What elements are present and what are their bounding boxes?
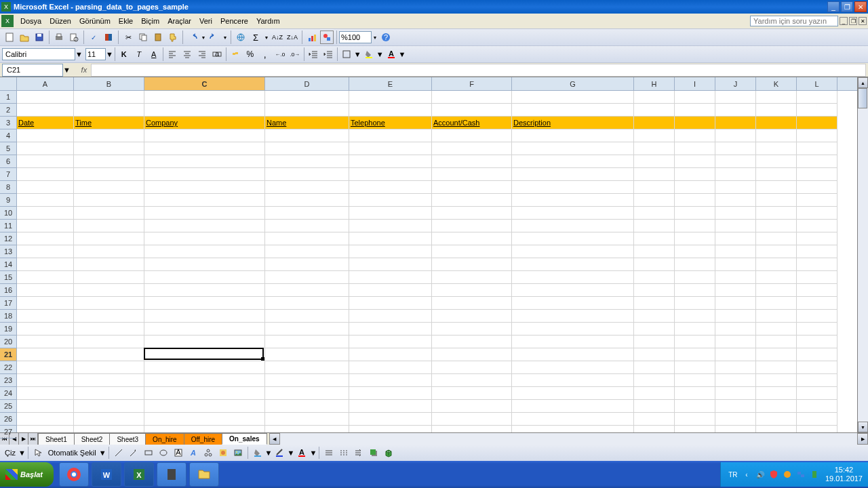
cell-K18[interactable] — [756, 310, 797, 323]
cell-H19[interactable] — [634, 323, 675, 336]
maximize-button[interactable]: ❐ — [841, 1, 853, 12]
arrow-icon[interactable] — [127, 446, 140, 460]
decrease-decimal-icon[interactable]: .0→ — [288, 47, 302, 61]
cell-G1[interactable] — [512, 91, 634, 104]
underline-button[interactable]: A — [147, 47, 161, 61]
cell-F16[interactable] — [432, 284, 512, 297]
cell-K9[interactable] — [756, 194, 797, 207]
cell-K26[interactable] — [756, 413, 797, 426]
cell-C17[interactable] — [144, 297, 265, 310]
cell-H2[interactable] — [634, 104, 675, 117]
cell-H26[interactable] — [634, 413, 675, 426]
column-header-L[interactable]: L — [797, 77, 837, 90]
cell-J27[interactable] — [715, 426, 756, 432]
cell-K22[interactable] — [756, 361, 797, 374]
cell-H18[interactable] — [634, 310, 675, 323]
column-header-G[interactable]: G — [512, 77, 634, 90]
row-header-23[interactable]: 23 — [0, 374, 16, 387]
sheet-tab-On_hire[interactable]: On_hire — [145, 433, 184, 445]
cell-A7[interactable] — [17, 168, 74, 181]
menu-tools[interactable]: Araçlar — [163, 16, 195, 26]
cell-L14[interactable] — [797, 258, 837, 271]
research-icon[interactable] — [102, 30, 115, 44]
cell-C12[interactable] — [144, 232, 265, 245]
cell-G12[interactable] — [512, 232, 634, 245]
cell-A20[interactable] — [17, 336, 74, 348]
cell-K12[interactable] — [756, 232, 797, 245]
cell-I17[interactable] — [675, 297, 715, 310]
row-header-4[interactable]: 4 — [0, 129, 16, 142]
sort-desc-icon[interactable]: Z↓A — [285, 30, 299, 44]
cell-I6[interactable] — [675, 155, 715, 168]
row-header-10[interactable]: 10 — [0, 207, 16, 220]
cell-C25[interactable] — [144, 400, 265, 413]
cell-G13[interactable] — [512, 245, 634, 258]
cell-B14[interactable] — [74, 258, 144, 271]
name-box[interactable]: C21 — [2, 64, 63, 77]
redo-dropdown[interactable]: ▼ — [222, 31, 229, 43]
menu-file[interactable]: Dosya — [16, 16, 45, 26]
cell-K7[interactable] — [756, 168, 797, 181]
cell-L2[interactable] — [797, 104, 837, 117]
cell-B15[interactable] — [74, 271, 144, 284]
row-header-26[interactable]: 26 — [0, 413, 16, 426]
autoshapes-menu[interactable]: Otomatik Şekil — [45, 449, 99, 457]
merge-center-icon[interactable]: a — [210, 47, 224, 61]
row-header-27[interactable]: 27 — [0, 426, 16, 439]
cell-K19[interactable] — [756, 323, 797, 336]
cell-B10[interactable] — [74, 207, 144, 220]
language-indicator[interactable]: TR — [728, 469, 738, 480]
cell-E1[interactable] — [349, 91, 432, 104]
save-icon[interactable] — [33, 30, 46, 44]
column-header-K[interactable]: K — [756, 77, 797, 90]
cell-F27[interactable] — [432, 426, 512, 432]
cell-F5[interactable] — [432, 142, 512, 155]
cell-H6[interactable] — [634, 155, 675, 168]
cell-A25[interactable] — [17, 400, 74, 413]
fx-icon[interactable]: fx — [77, 66, 91, 74]
cell-L3[interactable] — [797, 117, 837, 129]
cell-C15[interactable] — [144, 271, 265, 284]
taskbar-excel[interactable]: X — [124, 462, 154, 487]
zoom-input[interactable]: %100 — [339, 31, 372, 43]
diagram-icon[interactable] — [201, 446, 215, 460]
row-header-24[interactable]: 24 — [0, 387, 16, 400]
column-header-D[interactable]: D — [265, 77, 349, 90]
cell-F19[interactable] — [432, 323, 512, 336]
cell-I27[interactable] — [675, 426, 715, 432]
column-header-J[interactable]: J — [715, 77, 756, 90]
cell-E18[interactable] — [349, 310, 432, 323]
cut-icon[interactable]: ✂ — [121, 30, 135, 44]
cell-I2[interactable] — [675, 104, 715, 117]
cell-L4[interactable] — [797, 129, 837, 142]
row-header-25[interactable]: 25 — [0, 400, 16, 413]
cell-G17[interactable] — [512, 297, 634, 310]
cell-C22[interactable] — [144, 361, 265, 374]
cell-F21[interactable] — [432, 348, 512, 361]
cell-D20[interactable] — [265, 336, 349, 348]
select-objects-icon[interactable] — [31, 446, 45, 460]
column-header-F[interactable]: F — [432, 77, 512, 90]
cell-D10[interactable] — [265, 207, 349, 220]
cell-I12[interactable] — [675, 232, 715, 245]
font-color-dropdown[interactable]: ▼ — [399, 50, 406, 58]
cell-G9[interactable] — [512, 194, 634, 207]
cell-H3[interactable] — [634, 117, 675, 129]
cell-I23[interactable] — [675, 374, 715, 387]
cell-D3[interactable]: Name — [265, 117, 349, 129]
cell-I1[interactable] — [675, 91, 715, 104]
sheet-tab-On_sales[interactable]: On_sales — [222, 433, 267, 445]
cell-L18[interactable] — [797, 310, 837, 323]
cell-A16[interactable] — [17, 284, 74, 297]
cell-H10[interactable] — [634, 207, 675, 220]
name-box-dropdown[interactable]: ▼ — [63, 66, 71, 74]
row-header-11[interactable]: 11 — [0, 220, 16, 232]
textbox-icon[interactable]: A — [172, 446, 185, 460]
cell-E16[interactable] — [349, 284, 432, 297]
cell-I19[interactable] — [675, 323, 715, 336]
cell-G18[interactable] — [512, 310, 634, 323]
cell-B13[interactable] — [74, 245, 144, 258]
cell-B11[interactable] — [74, 220, 144, 232]
cell-L13[interactable] — [797, 245, 837, 258]
cell-G15[interactable] — [512, 271, 634, 284]
